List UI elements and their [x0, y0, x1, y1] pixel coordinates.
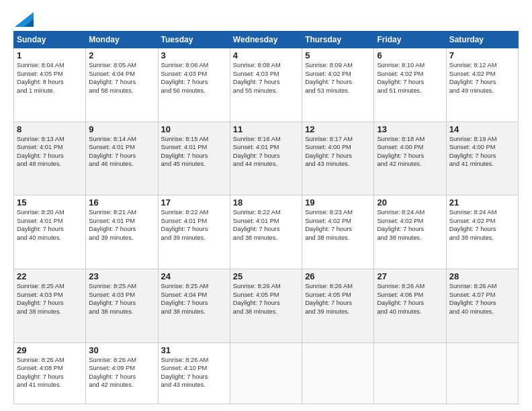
calendar-cell	[302, 342, 374, 404]
calendar-cell: 19Sunrise: 8:23 AMSunset: 4:02 PMDayligh…	[302, 195, 374, 269]
day-number: 27	[377, 271, 443, 281]
calendar-cell: 21Sunrise: 8:24 AMSunset: 4:02 PMDayligh…	[446, 195, 518, 269]
day-number: 24	[161, 271, 227, 281]
day-info: Sunrise: 8:25 AMSunset: 4:03 PMDaylight:…	[89, 282, 154, 316]
page: SundayMondayTuesdayWednesdayThursdayFrid…	[0, 0, 532, 411]
day-info: Sunrise: 8:26 AMSunset: 4:05 PMDaylight:…	[233, 282, 299, 316]
week-row-1: 1Sunrise: 8:04 AMSunset: 4:05 PMDaylight…	[14, 48, 519, 122]
weekday-header-sunday: Sunday	[14, 32, 86, 48]
calendar-cell: 2Sunrise: 8:05 AMSunset: 4:04 PMDaylight…	[86, 48, 158, 122]
weekday-header-tuesday: Tuesday	[158, 32, 230, 48]
day-number: 15	[17, 197, 83, 208]
calendar-cell: 10Sunrise: 8:15 AMSunset: 4:01 PMDayligh…	[158, 122, 230, 195]
weekday-header-friday: Friday	[374, 32, 446, 48]
calendar-cell: 16Sunrise: 8:21 AMSunset: 4:01 PMDayligh…	[86, 195, 158, 269]
day-info: Sunrise: 8:20 AMSunset: 4:01 PMDaylight:…	[17, 208, 83, 242]
day-number: 19	[305, 197, 371, 208]
day-info: Sunrise: 8:09 AMSunset: 4:02 PMDaylight:…	[305, 61, 371, 95]
day-number: 17	[161, 197, 227, 208]
calendar-cell: 13Sunrise: 8:18 AMSunset: 4:00 PMDayligh…	[374, 122, 446, 195]
calendar-cell: 31Sunrise: 8:26 AMSunset: 4:10 PMDayligh…	[158, 342, 230, 404]
calendar-cell: 29Sunrise: 8:26 AMSunset: 4:08 PMDayligh…	[14, 342, 86, 404]
calendar-cell	[230, 342, 302, 404]
day-number: 22	[17, 271, 83, 281]
week-row-4: 22Sunrise: 8:25 AMSunset: 4:03 PMDayligh…	[14, 269, 519, 343]
calendar-cell: 6Sunrise: 8:10 AMSunset: 4:02 PMDaylight…	[374, 48, 446, 122]
calendar-cell	[446, 342, 518, 404]
day-info: Sunrise: 8:24 AMSunset: 4:02 PMDaylight:…	[449, 208, 515, 242]
day-info: Sunrise: 8:23 AMSunset: 4:02 PMDaylight:…	[305, 208, 371, 242]
day-number: 11	[233, 124, 299, 134]
calendar-cell: 20Sunrise: 8:24 AMSunset: 4:02 PMDayligh…	[374, 195, 446, 269]
day-number: 8	[17, 124, 83, 134]
day-number: 29	[17, 345, 83, 355]
day-number: 12	[305, 124, 371, 134]
calendar-cell: 28Sunrise: 8:26 AMSunset: 4:07 PMDayligh…	[446, 269, 518, 343]
day-info: Sunrise: 8:26 AMSunset: 4:05 PMDaylight:…	[305, 282, 371, 316]
day-info: Sunrise: 8:15 AMSunset: 4:01 PMDaylight:…	[161, 135, 227, 169]
day-info: Sunrise: 8:25 AMSunset: 4:03 PMDaylight:…	[17, 282, 83, 316]
day-info: Sunrise: 8:10 AMSunset: 4:02 PMDaylight:…	[377, 61, 443, 95]
weekday-header-monday: Monday	[86, 32, 158, 48]
day-number: 5	[305, 50, 371, 60]
day-number: 3	[161, 50, 227, 60]
weekday-header-saturday: Saturday	[446, 32, 518, 48]
day-info: Sunrise: 8:05 AMSunset: 4:04 PMDaylight:…	[89, 61, 154, 95]
day-number: 9	[89, 124, 154, 134]
day-number: 13	[377, 124, 443, 134]
day-number: 7	[449, 50, 515, 60]
day-info: Sunrise: 8:26 AMSunset: 4:06 PMDaylight:…	[377, 282, 443, 316]
day-info: Sunrise: 8:21 AMSunset: 4:01 PMDaylight:…	[89, 208, 154, 242]
day-info: Sunrise: 8:22 AMSunset: 4:01 PMDaylight:…	[233, 208, 299, 242]
weekday-header-thursday: Thursday	[302, 32, 374, 48]
day-number: 31	[161, 345, 227, 355]
week-row-2: 8Sunrise: 8:13 AMSunset: 4:01 PMDaylight…	[14, 122, 519, 195]
weekday-header-row: SundayMondayTuesdayWednesdayThursdayFrid…	[14, 32, 519, 48]
day-info: Sunrise: 8:26 AMSunset: 4:10 PMDaylight:…	[161, 356, 227, 390]
day-number: 23	[89, 271, 154, 281]
day-number: 16	[89, 197, 154, 208]
calendar-cell: 5Sunrise: 8:09 AMSunset: 4:02 PMDaylight…	[302, 48, 374, 122]
calendar-cell: 1Sunrise: 8:04 AMSunset: 4:05 PMDaylight…	[14, 48, 86, 122]
logo-icon	[15, 12, 34, 27]
logo	[13, 12, 34, 24]
calendar-cell: 4Sunrise: 8:08 AMSunset: 4:03 PMDaylight…	[230, 48, 302, 122]
day-info: Sunrise: 8:12 AMSunset: 4:02 PMDaylight:…	[449, 61, 515, 95]
calendar-cell: 11Sunrise: 8:16 AMSunset: 4:01 PMDayligh…	[230, 122, 302, 195]
calendar-cell: 3Sunrise: 8:06 AMSunset: 4:03 PMDaylight…	[158, 48, 230, 122]
day-info: Sunrise: 8:19 AMSunset: 4:00 PMDaylight:…	[449, 135, 515, 169]
day-info: Sunrise: 8:22 AMSunset: 4:01 PMDaylight:…	[161, 208, 227, 242]
day-number: 30	[89, 345, 154, 355]
day-number: 26	[305, 271, 371, 281]
calendar-cell	[374, 342, 446, 404]
calendar-table: SundayMondayTuesdayWednesdayThursdayFrid…	[13, 31, 519, 404]
day-info: Sunrise: 8:25 AMSunset: 4:04 PMDaylight:…	[161, 282, 227, 316]
day-info: Sunrise: 8:16 AMSunset: 4:01 PMDaylight:…	[233, 135, 299, 169]
day-info: Sunrise: 8:14 AMSunset: 4:01 PMDaylight:…	[89, 135, 154, 169]
calendar-cell: 12Sunrise: 8:17 AMSunset: 4:00 PMDayligh…	[302, 122, 374, 195]
calendar-cell: 27Sunrise: 8:26 AMSunset: 4:06 PMDayligh…	[374, 269, 446, 343]
calendar-cell: 15Sunrise: 8:20 AMSunset: 4:01 PMDayligh…	[14, 195, 86, 269]
day-number: 28	[449, 271, 515, 281]
week-row-5: 29Sunrise: 8:26 AMSunset: 4:08 PMDayligh…	[14, 342, 519, 404]
calendar-cell: 8Sunrise: 8:13 AMSunset: 4:01 PMDaylight…	[14, 122, 86, 195]
calendar-cell: 7Sunrise: 8:12 AMSunset: 4:02 PMDaylight…	[446, 48, 518, 122]
header	[13, 12, 519, 24]
day-number: 2	[89, 50, 154, 60]
calendar-cell: 23Sunrise: 8:25 AMSunset: 4:03 PMDayligh…	[86, 269, 158, 343]
day-info: Sunrise: 8:17 AMSunset: 4:00 PMDaylight:…	[305, 135, 371, 169]
day-info: Sunrise: 8:26 AMSunset: 4:07 PMDaylight:…	[449, 282, 515, 316]
calendar-cell: 17Sunrise: 8:22 AMSunset: 4:01 PMDayligh…	[158, 195, 230, 269]
day-number: 21	[449, 197, 515, 208]
day-number: 14	[449, 124, 515, 134]
calendar-cell: 22Sunrise: 8:25 AMSunset: 4:03 PMDayligh…	[14, 269, 86, 343]
calendar-cell: 24Sunrise: 8:25 AMSunset: 4:04 PMDayligh…	[158, 269, 230, 343]
day-info: Sunrise: 8:13 AMSunset: 4:01 PMDaylight:…	[17, 135, 83, 169]
day-number: 1	[17, 50, 83, 60]
day-number: 10	[161, 124, 227, 134]
calendar-cell: 18Sunrise: 8:22 AMSunset: 4:01 PMDayligh…	[230, 195, 302, 269]
day-info: Sunrise: 8:08 AMSunset: 4:03 PMDaylight:…	[233, 61, 299, 95]
day-info: Sunrise: 8:18 AMSunset: 4:00 PMDaylight:…	[377, 135, 443, 169]
calendar-cell: 9Sunrise: 8:14 AMSunset: 4:01 PMDaylight…	[86, 122, 158, 195]
calendar-cell: 26Sunrise: 8:26 AMSunset: 4:05 PMDayligh…	[302, 269, 374, 343]
